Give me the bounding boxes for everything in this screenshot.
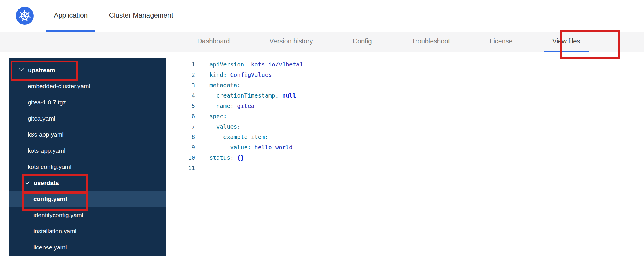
code-line: 3 metadata: [179,80,644,90]
tree-folder-userdata[interactable]: userdata [9,175,166,191]
tree-file-label: gitea.yaml [28,115,55,122]
tree-file-license[interactable]: license.yaml [9,239,166,255]
tree-file-embedded-cluster[interactable]: embedded-cluster.yaml [9,78,166,94]
tab-cluster-management[interactable]: Cluster Management [101,0,181,32]
line-number: 5 [179,101,195,111]
line-number: 10 [179,152,195,163]
line-number: 1 [179,59,195,70]
line-number: 3 [179,80,195,90]
line-number: 11 [179,163,195,173]
tab-version-history[interactable]: Version history [261,32,322,52]
tree-file-kots-app[interactable]: kots-app.yaml [9,143,166,159]
line-number: 8 [179,132,195,142]
code-line: 10 status: {} [179,152,644,163]
tab-view-files[interactable]: View files [544,32,589,52]
tree-file-label: config.yaml [33,196,67,202]
code-line: 2 kind: ConfigValues [179,70,644,80]
tree-file-identityconfig[interactable]: identityconfig.yaml [9,207,166,223]
tree-file-installation[interactable]: installation.yaml [9,223,166,239]
yaml-key: metadata: [209,82,240,89]
tree-file-label: kots-app.yaml [28,147,65,154]
tree-file-label: gitea-1.0.7.tgz [28,99,66,106]
yaml-keyword-value: {} [234,154,244,161]
tree-folder-upstream[interactable]: upstream [9,62,166,78]
yaml-value: gitea [234,102,254,109]
yaml-key: apiVersion: [209,61,247,68]
tree-file-label: license.yaml [33,244,67,251]
tree-file-label: installation.yaml [33,228,76,235]
code-line: 8 example_item: [179,132,644,142]
yaml-key: example_item: [209,133,268,140]
yaml-key: value: [209,144,251,151]
tree-folder-label: upstream [28,67,55,74]
yaml-value: ConfigValues [227,71,272,78]
file-tree-sidebar: upstream embedded-cluster.yaml gitea-1.0… [9,58,166,256]
tree-folder-label: userdata [34,179,59,186]
yaml-keyword-value: null [279,92,296,99]
yaml-key: name: [209,102,234,109]
yaml-key: values: [209,123,240,130]
code-line: 5 name: gitea [179,101,644,111]
code-line: 1 apiVersion: kots.io/v1beta1 [179,59,644,70]
chevron-down-icon [19,66,24,71]
code-line: 7 values: [179,121,644,132]
tab-troubleshoot[interactable]: Troubleshoot [403,32,459,52]
code-line: 9 value: hello world [179,142,644,152]
kubernetes-logo-icon [16,7,34,25]
line-number: 6 [179,111,195,121]
file-content-editor[interactable]: 1 apiVersion: kots.io/v1beta1 2 kind: Co… [179,59,644,256]
tree-file-kots-config[interactable]: kots-config.yaml [9,159,166,175]
tree-file-gitea-tgz[interactable]: gitea-1.0.7.tgz [9,94,166,110]
tree-file-config-selected[interactable]: config.yaml [9,191,166,207]
tree-file-k8s-app[interactable]: k8s-app.yaml [9,127,166,143]
code-line: 11 [179,163,644,173]
yaml-value: hello world [251,144,293,151]
tab-license[interactable]: License [481,32,521,52]
tab-config[interactable]: Config [344,32,380,52]
yaml-key: kind: [209,71,227,78]
line-number: 2 [179,70,195,80]
yaml-key: status: [209,154,234,161]
app-subnav: Dashboard Version history Config Trouble… [0,32,644,52]
line-number: 4 [179,90,195,101]
code-line: 6 spec: [179,111,644,121]
tree-file-label: identityconfig.yaml [33,212,83,219]
tree-file-label: k8s-app.yaml [28,131,64,138]
yaml-key: creationTimestamp: [209,92,279,99]
line-number: 7 [179,121,195,132]
yaml-value: kots.io/v1beta1 [247,61,303,68]
chevron-down-icon [25,179,30,184]
tab-dashboard[interactable]: Dashboard [189,32,238,52]
tab-application[interactable]: Application [46,0,95,32]
tree-file-gitea-yaml[interactable]: gitea.yaml [9,110,166,127]
yaml-key: spec: [209,113,227,120]
code-line: 4 creationTimestamp: null [179,90,644,101]
app-header: Application Cluster Management [0,0,644,32]
tree-file-label: embedded-cluster.yaml [28,83,90,90]
line-number: 9 [179,142,195,152]
tree-file-label: kots-config.yaml [28,163,71,170]
